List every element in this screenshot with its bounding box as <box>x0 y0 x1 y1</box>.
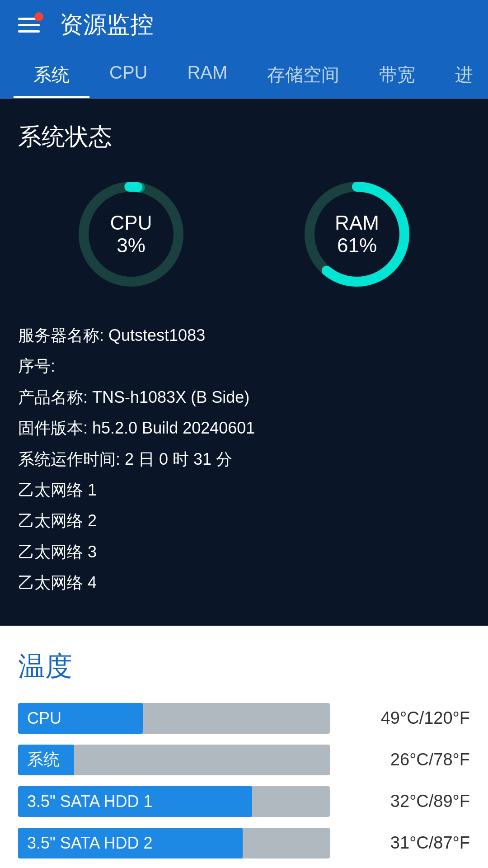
temp-bar-hdd2-fill: 3.5" SATA HDD 2 <box>18 828 243 859</box>
temp-row-hdd2: 3.5" SATA HDD 2 31°C/87°F <box>18 828 470 859</box>
temp-row-hdd1: 3.5" SATA HDD 1 32°C/89°F <box>18 786 470 817</box>
temp-row-cpu: CPU 49°C/120°F <box>18 703 470 734</box>
gauges-row: CPU 3% RAM 61% <box>18 175 470 293</box>
notification-badge <box>34 12 43 21</box>
temp-bar-hdd1-label: 3.5" SATA HDD 1 <box>27 792 153 811</box>
system-info: 服务器名称: Qutstest1083 序号: 产品名称: TNS-h1083X… <box>18 320 470 599</box>
temp-value-cpu: 49°C/120°F <box>343 708 470 728</box>
tab-more[interactable]: 进 <box>435 50 488 98</box>
tab-bandwidth[interactable]: 带宽 <box>359 50 435 98</box>
temp-bar-hdd2-container: 3.5" SATA HDD 2 <box>18 828 330 859</box>
app-header: 资源监控 <box>0 0 488 50</box>
menu-bar-2 <box>18 24 40 26</box>
temp-bar-system-label: 系统 <box>27 749 60 771</box>
menu-button[interactable] <box>18 12 43 38</box>
temp-value-hdd1: 32°C/89°F <box>343 792 470 811</box>
temp-bar-cpu-label: CPU <box>27 709 61 728</box>
tab-cpu[interactable]: CPU <box>89 50 167 98</box>
temp-value-system: 26°C/78°F <box>343 750 470 769</box>
temp-row-system: 系统 26°C/78°F <box>18 745 470 775</box>
network-3: 乙太网络 3 <box>18 537 470 567</box>
cpu-gauge: CPU 3% <box>72 175 190 293</box>
cpu-label: CPU <box>110 212 152 234</box>
menu-bar-3 <box>18 30 40 33</box>
ram-value: 61% <box>335 234 379 257</box>
serial-row: 序号: <box>18 351 470 382</box>
tab-bar: 系统 CPU RAM 存储空间 带宽 进 <box>0 50 488 99</box>
tab-storage[interactable]: 存储空间 <box>247 50 359 98</box>
network-2: 乙太网络 2 <box>18 505 470 536</box>
temp-value-hdd2: 31°C/87°F <box>343 833 470 853</box>
product-row: 产品名称: TNS-h1083X (B Side) <box>18 382 470 413</box>
network-4: 乙太网络 4 <box>18 567 470 598</box>
temp-bar-hdd1-container: 3.5" SATA HDD 1 <box>18 786 330 817</box>
cpu-value: 3% <box>110 234 152 257</box>
temperature-title: 温度 <box>18 648 470 685</box>
cpu-gauge-label: CPU 3% <box>110 212 152 257</box>
temp-bar-system-container: 系统 <box>18 745 330 775</box>
ram-label: RAM <box>335 212 379 234</box>
server-name-row: 服务器名称: Qutstest1083 <box>18 320 470 351</box>
temp-bar-hdd1-fill: 3.5" SATA HDD 1 <box>18 786 252 817</box>
ram-gauge-label: RAM 61% <box>335 212 379 257</box>
ram-gauge: RAM 61% <box>298 175 416 293</box>
temp-bar-system-fill: 系统 <box>18 745 74 775</box>
temp-bar-hdd2-label: 3.5" SATA HDD 2 <box>27 834 153 853</box>
app-title: 资源监控 <box>60 9 154 41</box>
uptime-row: 系统运作时间: 2 日 0 时 31 分 <box>18 444 470 475</box>
temperature-section: 温度 CPU 49°C/120°F 系统 26°C/78°F 3.5" SATA… <box>0 626 488 868</box>
firmware-row: 固件版本: h5.2.0 Build 20240601 <box>18 413 470 443</box>
system-status-section: 系统状态 CPU 3% RAM <box>0 99 488 626</box>
tab-system[interactable]: 系统 <box>14 50 89 98</box>
tab-ram[interactable]: RAM <box>167 50 247 98</box>
temp-bar-cpu-container: CPU <box>18 703 330 734</box>
system-status-title: 系统状态 <box>18 121 470 153</box>
network-1: 乙太网络 1 <box>18 475 470 505</box>
temp-bar-cpu-fill: CPU <box>18 703 143 734</box>
